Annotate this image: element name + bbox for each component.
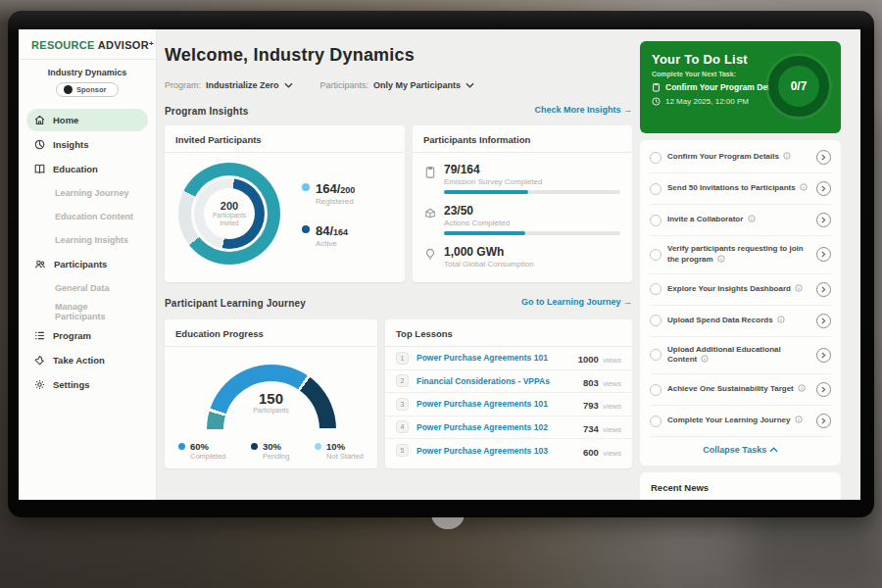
lesson-row: 2 Financial Considerations - VPPAs 803 v…: [385, 370, 632, 394]
sidebar-item-take-action[interactable]: Take Action: [26, 349, 148, 371]
info-icon: [748, 215, 756, 222]
donut-legend: 164/200 Registered 84/164 Active: [302, 179, 355, 248]
legend-registered: 164/200 Registered: [302, 179, 355, 206]
sponsor-icon: [64, 85, 73, 94]
legend-pending: 30% Pending: [251, 441, 290, 461]
task-row[interactable]: Upload Additional Educational Content: [650, 337, 831, 375]
sidebar-item-general-data[interactable]: General Data: [26, 277, 148, 299]
app-logo: RESOURCE ADVISOR+: [19, 29, 156, 59]
legend-dot-completed: [178, 443, 185, 450]
task-checkbox[interactable]: [650, 349, 662, 361]
sidebar-item-insights[interactable]: Insights: [26, 133, 148, 156]
task-checkbox[interactable]: [650, 283, 662, 295]
education-progress-card: Education Progress 150 Participants 60% …: [165, 319, 377, 468]
sidebar-item-participants[interactable]: Participants: [26, 253, 148, 275]
legend-dot-not-started: [315, 443, 321, 450]
task-row[interactable]: Complete Your Learning Journey: [650, 406, 831, 437]
page-title: Welcome, Industry Dynamics: [165, 45, 415, 66]
filters-bar: Program: Industrialize Zero Participants…: [165, 80, 474, 90]
main-content: Welcome, Industry Dynamics Program: Indu…: [157, 29, 640, 500]
sidebar-item-education-content[interactable]: Education Content: [26, 206, 148, 227]
sidebar-item-learning-journey[interactable]: Learning Journey: [26, 182, 148, 204]
arrow-right-icon: →: [623, 105, 632, 115]
gauge-legend: 60% Completed 30% Pending 10% Not Starte…: [165, 429, 377, 461]
task-go-button[interactable]: [816, 181, 831, 196]
task-row[interactable]: Upload Spend Data Records: [650, 306, 831, 337]
participants-information-card: Participants Information 79/164 Emission…: [413, 125, 632, 282]
participants-dropdown[interactable]: Participants: Only My Participants: [320, 80, 475, 90]
task-checkbox[interactable]: [650, 215, 662, 226]
lesson-link[interactable]: Power Purchase Agreements 101: [416, 399, 583, 409]
task-go-button[interactable]: [816, 414, 831, 428]
lesson-link[interactable]: Financial Considerations - VPPAs: [416, 376, 583, 386]
chevron-down-icon: [466, 82, 474, 88]
chevron-right-icon: [821, 352, 826, 359]
sidebar-item-manage-participants[interactable]: Manage Participants: [26, 301, 148, 322]
actions-progress-bar: [444, 231, 620, 235]
todo-tasks-card: Confirm Your Program Details Send 50 Inv…: [640, 140, 841, 466]
task-row[interactable]: Send 50 Invitations to Participants: [650, 173, 831, 205]
sidebar-item-learning-insights[interactable]: Learning Insights: [26, 229, 148, 251]
sidebar-item-settings[interactable]: Settings: [26, 373, 148, 396]
lesson-row: 4 Power Purchase Agreements 102 734 view…: [385, 416, 632, 440]
task-row[interactable]: Confirm Your Program Details: [650, 142, 831, 173]
section-learning-journey: Participant Learning Journey: [165, 298, 306, 309]
participants-icon: [34, 259, 46, 270]
chevron-right-icon: [821, 185, 826, 192]
sidebar-item-home[interactable]: Home: [26, 109, 148, 131]
task-row[interactable]: Explore Your Insights Dashboard: [650, 274, 831, 306]
task-checkbox[interactable]: [650, 152, 662, 164]
sidebar-item-education[interactable]: Education: [26, 158, 148, 180]
info-icon: [795, 284, 803, 292]
sidebar-item-program[interactable]: Program: [26, 324, 148, 347]
task-go-button[interactable]: [816, 213, 831, 227]
lesson-link[interactable]: Power Purchase Agreements 102: [416, 422, 583, 432]
stat-consumption: 1,000 GWh Total Global Consumption: [413, 235, 632, 272]
legend-dot-pending: [251, 443, 258, 450]
emission-survey-progress-bar: [444, 190, 620, 194]
task-row[interactable]: Verify participants requesting to join t…: [650, 236, 831, 274]
task-row[interactable]: Invite a Collaborator: [650, 205, 831, 236]
sponsor-badge[interactable]: Sponsor: [56, 82, 119, 97]
arrow-right-icon: →: [623, 297, 632, 307]
lesson-link[interactable]: Power Purchase Agreements 103: [416, 446, 583, 456]
take-action-icon: [34, 355, 45, 366]
lesson-row: 1 Power Purchase Agreements 101 1000 vie…: [385, 347, 632, 370]
sidebar: RESOURCE ADVISOR+ Industry Dynamics Spon…: [19, 29, 157, 500]
check-more-insights-link[interactable]: Check More Insights →: [534, 105, 632, 115]
task-go-button[interactable]: [816, 314, 831, 328]
sidebar-nav: Home Insights Education Learning Journey…: [19, 107, 156, 400]
go-to-learning-journey-link[interactable]: Go to Learning Journey →: [521, 297, 632, 307]
chevron-right-icon: [821, 251, 826, 258]
task-go-button[interactable]: [816, 382, 831, 397]
task-checkbox[interactable]: [650, 315, 662, 326]
info-icon: [800, 183, 808, 191]
collapse-tasks-link[interactable]: Collapse Tasks: [650, 437, 831, 464]
lesson-row: 5 Power Purchase Agreements 103 600 view…: [385, 439, 632, 463]
task-go-button[interactable]: [816, 247, 831, 262]
chevron-right-icon: [821, 154, 826, 161]
task-checkbox[interactable]: [650, 183, 662, 195]
legend-active: 84/164 Active: [302, 221, 355, 248]
chevron-right-icon: [821, 318, 826, 324]
task-go-button[interactable]: [816, 282, 831, 297]
legend-not-started: 10% Not Started: [315, 441, 364, 461]
info-icon: [798, 384, 806, 392]
task-checkbox[interactable]: [650, 249, 662, 261]
chevron-up-icon: [769, 447, 778, 453]
info-icon: [701, 355, 709, 363]
legend-dot-registered: [302, 183, 310, 191]
home-icon: [34, 115, 45, 125]
task-checkbox[interactable]: [650, 384, 662, 396]
task-checkbox[interactable]: [650, 416, 662, 427]
legend-dot-active: [302, 225, 310, 233]
program-dropdown[interactable]: Program: Industrialize Zero: [165, 80, 293, 90]
invited-participants-donut-chart: 200 Participants Invited: [178, 163, 280, 265]
chevron-down-icon: [284, 82, 293, 88]
task-row[interactable]: Achieve One Sustainability Target: [650, 374, 831, 406]
lesson-link[interactable]: Power Purchase Agreements 101: [416, 353, 578, 363]
info-icon: [783, 152, 791, 160]
task-go-button[interactable]: [816, 348, 831, 363]
task-go-button[interactable]: [816, 150, 831, 165]
stat-actions: 23/50 Actions Completed: [413, 194, 632, 235]
